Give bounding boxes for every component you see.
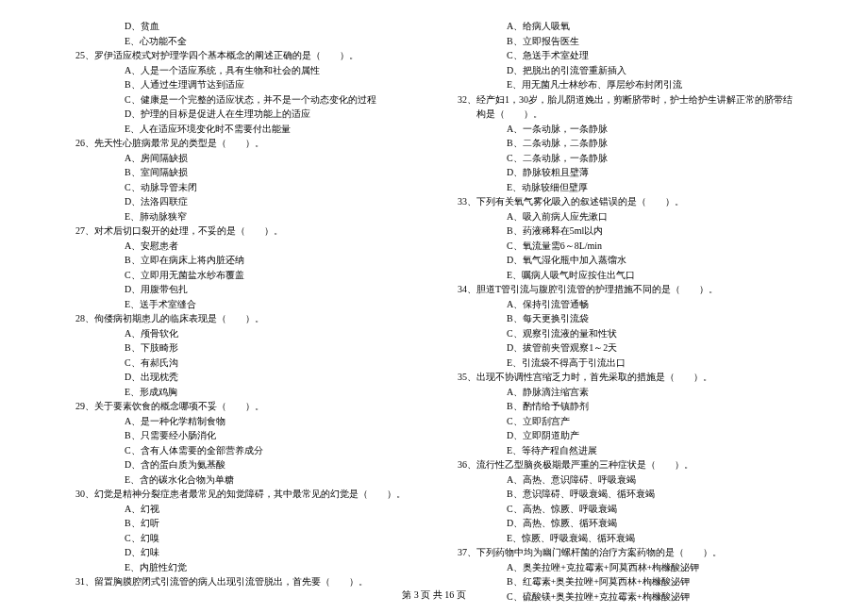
option-line: C、幻嗅	[75, 531, 410, 546]
option-line: A、人是一个适应系统，具有生物和社会的属性	[75, 63, 410, 78]
option-line: B、酌情给予镇静剂	[458, 399, 793, 414]
question-line: 34、胆道T管引流与腹腔引流管的护理措施不同的是（ ）。	[458, 282, 793, 297]
question-line: 35、出现不协调性宫缩乏力时，首先采取的措施是（ ）。	[458, 370, 793, 385]
option-line: A、房间隔缺损	[75, 151, 410, 166]
option-line: B、每天更换引流袋	[458, 311, 793, 326]
option-line: D、氧气湿化瓶中加入蒸馏水	[458, 253, 793, 268]
option-line: C、立即刮宫产	[458, 414, 793, 429]
option-line: A、奥美拉唑+克拉霉素+阿莫西林+枸橼酸泌钾	[458, 560, 793, 575]
option-line: A、静脉滴注缩宫素	[458, 385, 793, 400]
option-line: C、观察引流液的量和性状	[458, 326, 793, 341]
option-line: D、护理的目标是促进人在生理功能上的适应	[75, 107, 410, 122]
option-line: D、高热、惊厥、循环衰竭	[458, 516, 793, 531]
option-line: E、等待产程自然进展	[458, 443, 793, 458]
option-line: D、立即阴道助产	[458, 428, 793, 443]
option-line: B、只需要经小肠消化	[75, 428, 410, 443]
option-line: B、室间隔缺损	[75, 165, 410, 180]
option-line: C、健康是一个完整的适应状态，并不是一个动态变化的过程	[75, 92, 410, 108]
question-line: 37、下列药物中均为幽门螺杆菌的治疗方案药物的是（ ）。	[458, 545, 793, 560]
question-line: 33、下列有关氧气雾化吸入的叙述错误的是（ ）。	[458, 194, 793, 209]
question-line: 29、关于要素饮食的概念哪项不妥（ ）。	[75, 399, 410, 414]
option-line: D、静脉较粗且壁薄	[458, 165, 793, 180]
option-line: A、高热、意识障碍、呼吸衰竭	[458, 472, 793, 488]
option-line: C、有郝氏沟	[75, 356, 410, 371]
option-line: D、用腹带包扎	[75, 282, 410, 297]
option-line: C、高热、惊厥、呼吸衰竭	[458, 502, 793, 517]
option-line: D、把脱出的引流管重新插入	[458, 63, 793, 78]
option-line: B、红霉素+奥美拉唑+阿莫西林+枸橼酸泌钾	[458, 574, 793, 589]
option-line: D、法洛四联症	[75, 194, 410, 209]
option-line: A、吸入前病人应先漱口	[458, 209, 793, 224]
option-line: B、立即在病床上将内脏还纳	[75, 253, 410, 268]
option-line: D、含的蛋白质为氨基酸	[75, 457, 410, 472]
question-line: 32、经产妇1，30岁，胎儿阴道娩出，剪断脐带时，护士给护生讲解正常的脐带结构是…	[458, 92, 793, 122]
question-line: 36、流行性乙型脑炎极期最严重的三种症状是（ ）。	[458, 457, 793, 472]
option-line: E、人在适应环境变化时不需要付出能量	[75, 122, 410, 137]
option-line: D、出现枕秃	[75, 370, 410, 385]
option-line: E、惊厥、呼吸衰竭、循环衰竭	[458, 531, 793, 546]
option-line: E、形成鸡胸	[75, 385, 410, 400]
option-line: E、含的碳水化合物为单糖	[75, 472, 410, 488]
option-line: C、急送手术室处理	[458, 48, 793, 63]
option-line: E、内脏性幻觉	[75, 560, 410, 575]
option-line: E、肺动脉狭窄	[75, 209, 410, 224]
question-line: 31、留置胸膜腔闭式引流管的病人出现引流管脱出，首先要（ ）。	[75, 574, 410, 589]
question-line: 28、佝偻病初期患儿的临床表现是（ ）。	[75, 311, 410, 326]
question-line: 27、对术后切口裂开的处理，不妥的是（ ）。	[75, 224, 410, 239]
option-line: C、立即用无菌盐水纱布覆盖	[75, 268, 410, 283]
option-line: A、颅骨软化	[75, 326, 410, 341]
option-line: D、拔管前夹管观察1～2天	[458, 340, 793, 356]
option-line: E、引流袋不得高于引流出口	[458, 356, 793, 371]
question-line: 30、幻觉是精神分裂症患者最常见的知觉障碍，其中最常见的幻觉是（ ）。	[75, 487, 410, 502]
option-line: E、送手术室缝合	[75, 297, 410, 312]
question-line: 26、先天性心脏病最常见的类型是（ ）。	[75, 136, 410, 151]
option-line: B、二条动脉，二条静脉	[458, 136, 793, 151]
option-line: A、幻视	[75, 502, 410, 517]
option-line: C、二条动脉，一条静脉	[458, 151, 793, 166]
right-column: A、给病人吸氧B、立即报告医生C、急送手术室处理D、把脱出的引流管重新插入E、用…	[458, 19, 793, 604]
option-line: B、立即报告医生	[458, 34, 793, 49]
page-footer: 第 3 页 共 16 页	[0, 588, 868, 602]
option-line: B、意识障碍、呼吸衰竭、循环衰竭	[458, 487, 793, 502]
option-line: E、嘱病人吸气时应按住出气口	[458, 268, 793, 283]
question-line: 25、罗伊适应模式对护理学四个基本概念的阐述正确的是（ ）。	[75, 48, 410, 63]
option-line: A、一条动脉，一条静脉	[458, 122, 793, 137]
option-line: E、用无菌凡士林纱布、厚层纱布封闭引流	[458, 77, 793, 92]
option-line: D、幻味	[75, 545, 410, 560]
option-line: A、保持引流管通畅	[458, 297, 793, 312]
option-line: C、含有人体需要的全部营养成分	[75, 443, 410, 458]
option-line: A、安慰患者	[75, 239, 410, 254]
option-line: B、下肢畸形	[75, 340, 410, 356]
option-line: B、人通过生理调节达到适应	[75, 77, 410, 92]
option-line: C、氧流量需6～8L/min	[458, 239, 793, 254]
option-line: E、动脉较细但壁厚	[458, 180, 793, 195]
option-line: A、是一种化学精制食物	[75, 414, 410, 429]
option-line: B、幻听	[75, 516, 410, 531]
option-line: C、动脉导管未闭	[75, 180, 410, 195]
left-column: D、贫血E、心功能不全25、罗伊适应模式对护理学四个基本概念的阐述正确的是（ ）…	[75, 19, 410, 604]
option-line: D、贫血	[75, 19, 410, 34]
option-line: A、给病人吸氧	[458, 19, 793, 34]
option-line: B、药液稀释在5ml以内	[458, 224, 793, 239]
option-line: E、心功能不全	[75, 34, 410, 49]
